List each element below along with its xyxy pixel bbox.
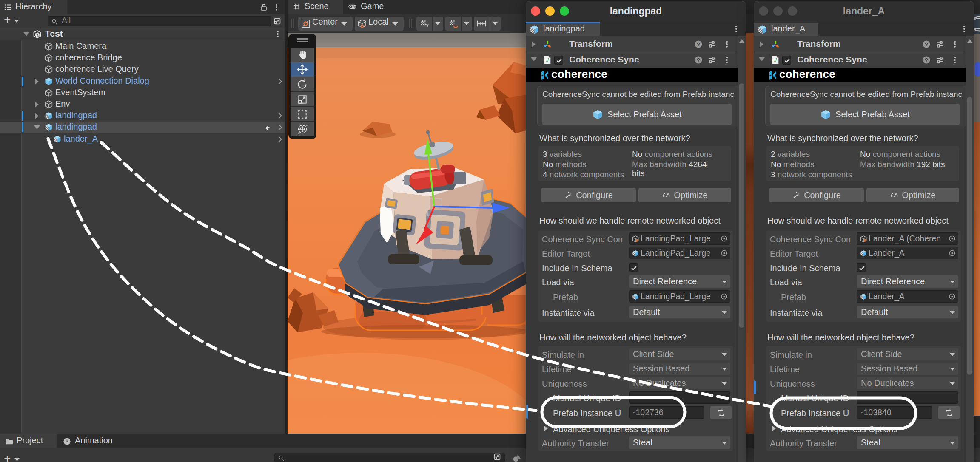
svg-text:#: # xyxy=(546,57,549,63)
svg-text:?: ? xyxy=(925,57,928,63)
svg-text:?: ? xyxy=(697,41,700,48)
svg-text:#: # xyxy=(774,57,777,63)
svg-text:?: ? xyxy=(925,41,928,48)
svg-text:Y: Y xyxy=(426,23,429,28)
svg-text:?: ? xyxy=(697,57,700,63)
